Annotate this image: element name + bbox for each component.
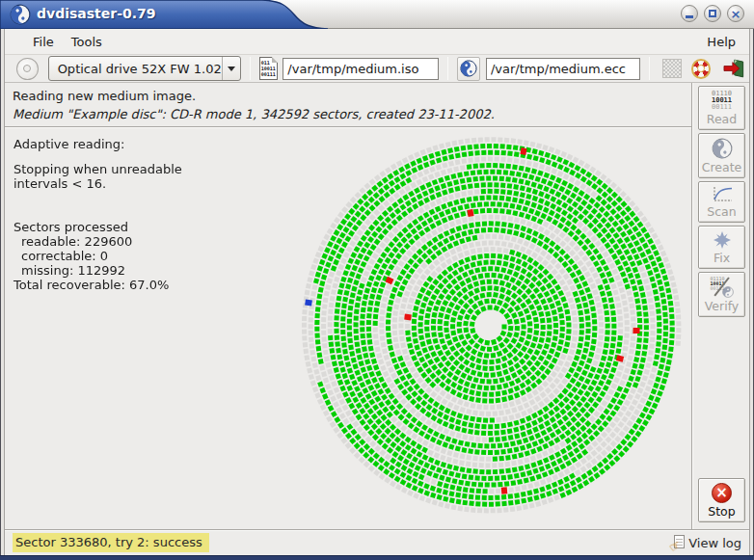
drive-selector[interactable]: Optical drive 52X FW 1.02 <box>48 56 241 81</box>
maximize-button[interactable] <box>704 5 721 22</box>
maximize-icon <box>709 10 716 17</box>
verify-button-label: Verify <box>705 299 739 313</box>
create-button-label: Create <box>702 160 742 174</box>
read-icon: 01110 10011 00111 <box>712 91 732 111</box>
ecc-file-input[interactable] <box>486 58 640 80</box>
sectors-processed-heading: Sectors processed <box>13 220 235 234</box>
stop-button[interactable]: × Stop <box>698 478 745 522</box>
image-file-input[interactable] <box>283 58 439 80</box>
close-button[interactable]: × <box>727 5 744 22</box>
image-file-icon: 011 10011 00111 <box>259 57 279 80</box>
minimize-icon <box>686 15 693 18</box>
verify-icon: 01110 10011 00111 <box>711 277 734 298</box>
fix-button[interactable]: Fix <box>698 226 745 269</box>
drawing-area: Adaptive reading: Stopping when unreadab… <box>5 128 691 529</box>
window-border-bottom <box>0 555 754 560</box>
window-title: dvdisaster-0.79 <box>37 6 156 21</box>
preferences-icon <box>662 59 682 78</box>
view-log-label: View log <box>688 536 741 550</box>
toolbar: Optical drive 52X FW 1.02 011 10011 0011… <box>5 54 749 83</box>
scan-curve-icon <box>711 186 734 203</box>
status-line1: Reading new medium image. <box>13 87 691 105</box>
dvdisaster-window: dvdisaster-0.79 × File Tools Help Optica… <box>0 0 754 560</box>
toolbar-separator <box>250 57 251 80</box>
sectors-readable: readable: 229600 <box>13 234 235 249</box>
menubar: File Tools Help <box>5 29 749 54</box>
view-log-icon: ☞ <box>672 535 686 550</box>
close-icon: × <box>731 8 741 20</box>
titlebar[interactable]: dvdisaster-0.79 × <box>0 0 754 29</box>
stop-icon: × <box>712 483 732 503</box>
stopping-line2: intervals < 16. <box>13 176 235 191</box>
verify-yinyang-icon <box>722 286 734 298</box>
read-button-label: Read <box>707 112 737 126</box>
toolbar-separator <box>447 57 448 80</box>
sector-status-message: Sector 333680, try 2: success <box>13 533 209 552</box>
toolbar-separator <box>649 57 650 80</box>
create-button[interactable]: Create <box>698 133 745 178</box>
window-border-left <box>0 29 5 555</box>
optical-drive-icon <box>16 58 39 80</box>
ecc-file-button[interactable] <box>457 57 480 81</box>
verify-button[interactable]: 01110 10011 00111 Verify <box>698 272 745 317</box>
fix-splat-icon <box>712 230 733 250</box>
create-yinyang-icon <box>707 134 737 164</box>
minimize-button[interactable] <box>681 5 698 22</box>
chevron-down-icon <box>228 67 235 71</box>
status-line2: Medium "Example disc": CD-R mode 1, 3425… <box>13 105 691 123</box>
scan-button[interactable]: Scan <box>698 181 745 223</box>
sectors-missing: missing: 112992 <box>13 263 235 278</box>
stop-button-label: Stop <box>708 504 735 519</box>
drive-selector-arrow[interactable] <box>222 57 240 80</box>
quit-icon[interactable] <box>722 58 745 79</box>
drive-selector-value: Optical drive 52X FW 1.02 <box>49 62 222 76</box>
read-button[interactable]: 01110 10011 00111 Read <box>698 86 745 130</box>
reading-info-panel: Adaptive reading: Stopping when unreadab… <box>13 137 235 292</box>
help-lifebuoy-icon[interactable] <box>691 59 712 79</box>
stopping-line1: Stopping when unreadable <box>13 162 235 176</box>
sectors-correctable: correctable: 0 <box>13 249 235 263</box>
window-border-right <box>749 29 754 555</box>
bottom-statusbar: Sector 333680, try 2: success ☞ View log <box>5 529 749 555</box>
menu-help[interactable]: Help <box>703 32 740 52</box>
menu-tools[interactable]: Tools <box>63 32 111 52</box>
fix-button-label: Fix <box>714 251 730 265</box>
total-recoverable: Total recoverable: 67.0% <box>13 278 235 292</box>
ecc-yinyang-icon <box>457 56 481 80</box>
view-log-button[interactable]: ☞ View log <box>672 535 741 550</box>
scan-button-label: Scan <box>707 204 736 219</box>
menu-file[interactable]: File <box>24 32 63 52</box>
status-message-area: Reading new medium image. Medium "Exampl… <box>5 84 691 126</box>
adaptive-reading-heading: Adaptive reading: <box>13 137 235 151</box>
action-sidebar: 01110 10011 00111 Read Create Scan Fix <box>691 83 749 529</box>
